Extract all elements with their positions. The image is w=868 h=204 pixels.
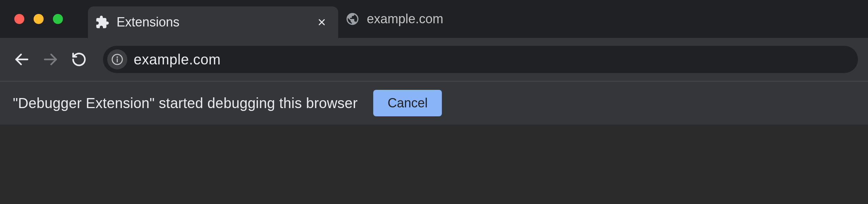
address-bar[interactable]: example.com (103, 46, 858, 73)
svg-point-6 (117, 57, 117, 57)
close-tab-button[interactable] (316, 16, 327, 28)
close-window-button[interactable] (14, 14, 24, 24)
toolbar: example.com (0, 38, 868, 82)
url-text: example.com (134, 52, 221, 68)
cancel-button[interactable]: Cancel (373, 90, 442, 116)
reload-button[interactable] (67, 48, 91, 71)
globe-icon (345, 12, 360, 26)
back-button[interactable] (10, 48, 34, 71)
window-controls (14, 14, 63, 24)
tab-title: example.com (367, 11, 443, 26)
extension-icon (95, 15, 109, 29)
tab-extensions[interactable]: Extensions (88, 6, 338, 38)
site-info-button[interactable] (107, 49, 127, 69)
content-area (0, 125, 868, 204)
tab-example[interactable]: example.com (338, 5, 454, 33)
maximize-window-button[interactable] (53, 14, 63, 24)
tab-strip: Extensions example.com (0, 0, 868, 38)
tab-title: Extensions (117, 15, 179, 30)
infobar-message: "Debugger Extension" started debugging t… (13, 95, 357, 111)
minimize-window-button[interactable] (34, 14, 44, 24)
forward-button[interactable] (39, 48, 62, 71)
debugger-infobar: "Debugger Extension" started debugging t… (0, 82, 868, 125)
